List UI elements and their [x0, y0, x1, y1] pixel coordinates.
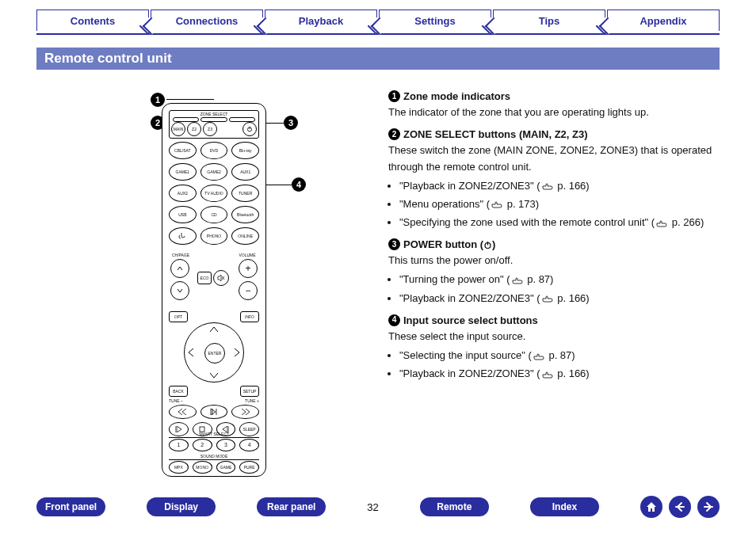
callout-1: 1 — [151, 93, 165, 107]
remote-diagram: 1 2 3 4 ZONE SELECT MAIN Z2 Z3 — [119, 91, 301, 479]
desc-2: 2ZONE SELECT buttons (MAIN, Z2, Z3) Thes… — [388, 127, 721, 230]
descriptions: 1Zone mode indicators The indicator of t… — [388, 89, 721, 388]
tab-contents[interactable]: Contents — [36, 10, 149, 31]
page-title: Remote control unit — [36, 48, 720, 70]
desc-1: 1Zone mode indicators The indicator of t… — [388, 89, 721, 120]
page-number: 32 — [367, 501, 378, 513]
callout-3: 3 — [284, 116, 298, 130]
link-front-panel[interactable]: Front panel — [36, 497, 105, 516]
desc-3: 3POWER button () This turns the power on… — [388, 237, 721, 306]
link-remote[interactable]: Remote — [420, 497, 489, 516]
next-page-icon[interactable] — [697, 496, 720, 518]
callout-4: 4 — [292, 177, 306, 192]
tab-playback[interactable]: Playback — [265, 10, 377, 31]
tab-settings[interactable]: Settings — [379, 10, 491, 31]
prev-page-icon[interactable] — [669, 496, 691, 518]
link-rear-panel[interactable]: Rear panel — [257, 497, 326, 516]
tab-tips[interactable]: Tips — [493, 10, 605, 31]
link-index[interactable]: Index — [530, 497, 599, 516]
bottom-nav: Front panel Display Rear panel 32 Remote… — [36, 495, 720, 519]
desc-4: 4Input source select buttons These selec… — [388, 313, 721, 383]
tab-connections[interactable]: Connections — [151, 10, 263, 31]
link-display[interactable]: Display — [147, 497, 216, 516]
top-tabs: Contents Connections Playback Settings T… — [36, 10, 720, 35]
home-icon[interactable] — [640, 496, 662, 518]
tab-appendix[interactable]: Appendix — [607, 10, 720, 31]
